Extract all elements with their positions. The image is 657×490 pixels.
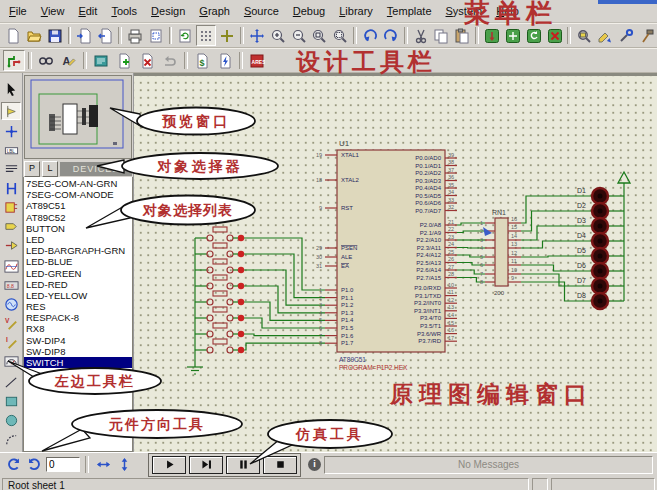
search-tag-button[interactable] [35,50,57,71]
goto-sheet-button[interactable] [159,50,181,71]
generator-mode-button[interactable] [2,296,20,312]
graph-mode-button[interactable] [2,258,20,274]
menu-edit[interactable]: Edit [71,3,104,19]
push-button-4[interactable] [195,275,244,289]
stop-button[interactable] [263,456,297,474]
current-probe-mode-button[interactable]: I [2,334,20,350]
redo-button[interactable] [381,25,401,46]
menu-tools[interactable]: Tools [104,3,144,19]
push-button-3[interactable] [195,259,244,273]
mirror-horizontal-button[interactable] [94,456,112,474]
property-assignment-button[interactable]: A [58,50,80,71]
play-button[interactable] [152,456,186,474]
wire-label-mode-button[interactable]: LBL [2,142,20,158]
device-item[interactable]: LED-YELLOW [24,290,132,301]
arc-2d-button[interactable] [2,431,20,447]
open-design-button[interactable] [24,25,44,46]
box-2d-button[interactable] [2,393,20,409]
virtual-instruments-mode-button[interactable] [2,353,20,369]
push-button-1[interactable] [195,227,244,241]
device-item[interactable]: 7SEG-COM-ANODE [24,189,132,200]
cut-button[interactable] [411,25,431,46]
zoom-area-button[interactable] [330,25,350,46]
device-item[interactable]: BUTTON [24,223,132,234]
voltage-probe-mode-button[interactable]: V [2,315,20,331]
origin-button[interactable] [217,25,237,46]
component-mode-button[interactable] [1,102,21,120]
pause-button[interactable] [226,456,260,474]
push-button-6[interactable] [195,307,244,321]
device-item[interactable]: LED [24,234,132,245]
schematic-editor[interactable]: U1AT89C51PROGRAM=P1P2.HEX19XTAL118XTAL29… [134,73,657,452]
terminals-mode-button[interactable] [2,218,20,234]
print-button[interactable] [125,25,145,46]
selection-pointer-button[interactable] [2,81,20,97]
menu-view[interactable]: View [34,3,72,19]
new-sheet-button[interactable] [113,50,135,71]
rotate-clockwise-button[interactable] [4,456,22,474]
info-icon[interactable]: i [308,458,321,471]
zoom-all-button[interactable] [310,25,330,46]
import-section-button[interactable] [74,25,94,46]
rotate-anticlockwise-button[interactable] [25,456,43,474]
make-device-button[interactable] [595,25,615,46]
toggle-grid-button[interactable] [196,25,216,46]
wire-autoroute-button[interactable] [3,50,25,71]
device-list[interactable]: 7SEG-COM-AN-GRN7SEG-COM-ANODEAT89C51AT89… [23,177,133,452]
zoom-in-button[interactable] [268,25,288,46]
device-item[interactable]: LED-GREEN [24,268,132,279]
menu-design[interactable]: Design [144,3,192,19]
rotation-angle-input[interactable] [46,457,80,472]
buses-mode-button[interactable] [2,180,20,196]
electrical-rule-check-button[interactable] [214,50,236,71]
redraw-button[interactable] [175,25,195,46]
ground-symbol[interactable] [187,367,203,374]
pick-parts-button[interactable]: P [24,161,40,177]
export-section-button[interactable] [95,25,115,46]
menu-file[interactable]: File [2,3,34,19]
remove-sheet-button[interactable] [136,50,158,71]
line-2d-button[interactable] [2,374,20,390]
device-item[interactable]: LED-BLUE [24,256,132,267]
tape-recorder-mode-button[interactable]: 8.8 [2,277,20,293]
menu-template[interactable]: Template [380,3,439,19]
device-item[interactable]: SW-DIP4 [24,335,132,346]
text-script-mode-button[interactable] [2,161,20,177]
rn1-component[interactable]: RN120012345678161514131211109 [480,209,521,296]
junction-dot-mode-button[interactable] [2,123,20,139]
mark-output-area-button[interactable] [146,25,166,46]
device-item[interactable]: RESPACK-8 [24,312,132,323]
design-explorer-button[interactable] [90,50,112,71]
push-button-7[interactable] [195,323,244,337]
packaging-tool-button[interactable] [616,25,636,46]
device-item[interactable]: 7SEG-COM-AN-GRN [24,178,132,189]
save-design-button[interactable] [45,25,65,46]
mirror-vertical-button[interactable] [115,456,133,474]
device-item[interactable]: LED-RED [24,279,132,290]
step-button[interactable] [189,456,223,474]
push-button-5[interactable] [195,291,244,305]
device-item[interactable]: SWITCH [24,357,132,368]
power-terminal[interactable] [618,172,630,183]
copy-button[interactable] [431,25,451,46]
library-manage-button[interactable]: L [42,161,58,177]
menu-debug[interactable]: Debug [286,3,332,19]
netlist-to-ares-button[interactable]: ARES [246,50,268,71]
device-item[interactable]: LED-BARGRAPH-GRN [24,245,132,256]
menu-library[interactable]: Library [332,3,380,19]
push-button-8[interactable] [195,339,244,353]
decompose-button[interactable] [637,25,657,46]
device-item[interactable]: SW-DIP8 [24,346,132,357]
undo-button[interactable] [360,25,380,46]
device-item[interactable]: RX8 [24,323,132,334]
device-pins-mode-button[interactable] [2,237,20,253]
subcircuit-mode-button[interactable] [2,199,20,215]
pan-button[interactable] [247,25,267,46]
circle-2d-button[interactable] [2,412,20,428]
device-item[interactable]: AT89C51 [24,200,132,211]
device-item[interactable]: RES [24,301,132,312]
new-document-button[interactable] [3,25,23,46]
bill-of-materials-button[interactable]: $ [191,50,213,71]
pick-device-button[interactable] [574,25,594,46]
zoom-out-button[interactable] [289,25,309,46]
